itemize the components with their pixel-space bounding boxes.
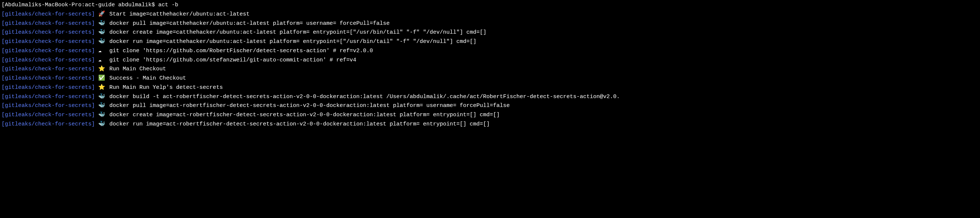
output-line: [gitleaks/check-for-secrets] ✅ Success -… bbox=[2, 74, 978, 83]
line-icon: 🐳 bbox=[98, 111, 106, 120]
job-prefix: [gitleaks/check-for-secrets] bbox=[2, 11, 95, 17]
output-line: [gitleaks/check-for-secrets] 🐳 docker pu… bbox=[2, 101, 978, 111]
line-text: docker create image=act-robertfischer-de… bbox=[109, 112, 500, 118]
job-prefix: [gitleaks/check-for-secrets] bbox=[2, 103, 95, 109]
line-text: docker build -t act-robertfischer-detect… bbox=[109, 94, 620, 100]
line-text: git clone 'https://github.com/stefanzwei… bbox=[109, 57, 356, 63]
job-prefix: [gitleaks/check-for-secrets] bbox=[2, 75, 95, 81]
output-line: [gitleaks/check-for-secrets] 🐳 docker cr… bbox=[2, 111, 978, 120]
line-text: Run Main Checkout bbox=[109, 66, 166, 72]
output-line: [gitleaks/check-for-secrets] 🐳 docker cr… bbox=[2, 28, 978, 37]
output-line: [gitleaks/check-for-secrets] ⭐ Run Main … bbox=[2, 65, 978, 74]
line-icon: 🐳 bbox=[98, 37, 106, 47]
job-prefix: [gitleaks/check-for-secrets] bbox=[2, 121, 95, 127]
line-text: docker run image=catthehacker/ubuntu:act… bbox=[109, 38, 476, 45]
output-line: [gitleaks/check-for-secrets] 🚀 Start ima… bbox=[2, 10, 978, 19]
job-prefix: [gitleaks/check-for-secrets] bbox=[2, 57, 95, 63]
line-icon: 🐳 bbox=[98, 19, 106, 28]
line-text: Success - Main Checkout bbox=[109, 75, 186, 81]
line-text: Run Main Run Yelp's detect-secrets bbox=[109, 84, 223, 91]
line-icon: ⭐ bbox=[98, 65, 106, 74]
output-line: [gitleaks/check-for-secrets] ☁ git clone… bbox=[2, 47, 978, 56]
terminal-output: [Abdulmaliks-MacBook-Pro:act-guide abdul… bbox=[2, 1, 978, 129]
output-line: [gitleaks/check-for-secrets] 🐳 docker pu… bbox=[2, 19, 978, 28]
shell-prompt: [Abdulmaliks-MacBook-Pro:act-guide abdul… bbox=[2, 2, 158, 8]
job-prefix: [gitleaks/check-for-secrets] bbox=[2, 84, 95, 91]
line-icon: 🐳 bbox=[98, 101, 106, 111]
line-icon: ☁ bbox=[98, 56, 106, 65]
output-line: [gitleaks/check-for-secrets] ⭐ Run Main … bbox=[2, 83, 978, 93]
output-line: [gitleaks/check-for-secrets] 🐳 docker bu… bbox=[2, 93, 978, 102]
job-prefix: [gitleaks/check-for-secrets] bbox=[2, 21, 95, 27]
job-prefix: [gitleaks/check-for-secrets] bbox=[2, 38, 95, 45]
line-text: git clone 'https://github.com/RobertFisc… bbox=[109, 48, 373, 54]
line-text: docker pull image=act-robertfischer-dete… bbox=[109, 103, 510, 109]
job-prefix: [gitleaks/check-for-secrets] bbox=[2, 112, 95, 118]
output-line: [gitleaks/check-for-secrets] ☁ git clone… bbox=[2, 56, 978, 65]
line-text: Start image=catthehacker/ubuntu:act-late… bbox=[109, 11, 250, 17]
job-prefix: [gitleaks/check-for-secrets] bbox=[2, 29, 95, 36]
line-icon: ⭐ bbox=[98, 83, 106, 93]
line-text: docker create image=catthehacker/ubuntu:… bbox=[109, 29, 486, 36]
line-icon: 🐳 bbox=[98, 120, 106, 129]
line-icon: ✅ bbox=[98, 74, 106, 83]
job-prefix: [gitleaks/check-for-secrets] bbox=[2, 94, 95, 100]
job-prefix: [gitleaks/check-for-secrets] bbox=[2, 66, 95, 72]
prompt-line: [Abdulmaliks-MacBook-Pro:act-guide abdul… bbox=[2, 1, 978, 10]
output-line: [gitleaks/check-for-secrets] 🐳 docker ru… bbox=[2, 120, 978, 129]
line-icon: ☁ bbox=[98, 47, 106, 56]
job-prefix: [gitleaks/check-for-secrets] bbox=[2, 48, 95, 54]
line-text: docker pull image=catthehacker/ubuntu:ac… bbox=[109, 21, 390, 27]
line-icon: 🐳 bbox=[98, 28, 106, 37]
line-icon: 🐳 bbox=[98, 93, 106, 102]
output-line: [gitleaks/check-for-secrets] 🐳 docker ru… bbox=[2, 37, 978, 47]
line-icon: 🚀 bbox=[98, 10, 106, 19]
line-text: docker run image=act-robertfischer-detec… bbox=[109, 121, 490, 127]
command-text: act -b bbox=[158, 2, 178, 8]
